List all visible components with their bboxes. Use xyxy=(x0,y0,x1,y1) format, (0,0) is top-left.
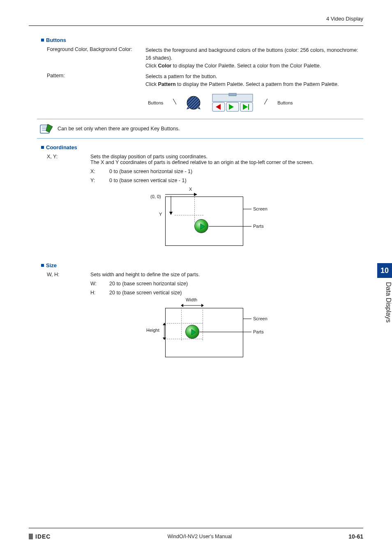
svg-marker-25 xyxy=(201,304,204,307)
fg-bg-desc-line2: Click Color to display the Color Palette… xyxy=(145,62,363,70)
fg-bg-desc-line1: Selects the foreground and background co… xyxy=(145,46,363,62)
buttons-figure-label-right: Buttons xyxy=(277,100,293,105)
y-arrow-icon xyxy=(168,196,174,215)
brand-text: IDEC xyxy=(35,533,51,540)
chapter-title: Data Displays xyxy=(377,278,392,323)
bullet-icon xyxy=(41,146,44,149)
coord-y-range: 0 to (base screen vertical size - 1) xyxy=(109,178,187,183)
pattern-desc-line2: Click Pattern to display the Pattern Pal… xyxy=(145,81,363,88)
bullet-icon xyxy=(41,264,44,267)
section-heading-coordinates: Coordinates xyxy=(41,144,363,150)
pointer-line-icon xyxy=(264,99,267,107)
svg-marker-22 xyxy=(201,224,205,229)
buttons-figure-label-left: Buttons xyxy=(148,100,163,105)
note-block: Can be set only when there are grouped K… xyxy=(37,119,363,139)
buttons-figure: Buttons xyxy=(148,92,363,113)
coordinates-diagram: X (0, 0) Y Screen Parts xyxy=(149,189,256,255)
svg-rect-5 xyxy=(229,93,236,96)
diag-y-label: Y xyxy=(159,212,162,217)
header-rule xyxy=(29,25,363,26)
section-heading-size: Size xyxy=(41,262,363,268)
section-heading-size-text: Size xyxy=(46,262,57,268)
note-text: Can be set only when there are grouped K… xyxy=(58,126,180,132)
footer-brand: IDEC xyxy=(29,533,51,540)
size-desc1: Sets width and height to define the size… xyxy=(90,272,363,278)
parts-circle-icon xyxy=(185,325,199,339)
pattern-desc-line1: Selects a pattern for the button. xyxy=(145,73,363,81)
fg-bg-desc: Selects the foreground and background co… xyxy=(145,46,363,69)
section-heading-buttons: Buttons xyxy=(41,37,363,43)
round-button-icon xyxy=(186,95,201,110)
chapter-tab: 10 Data Displays xyxy=(377,263,392,345)
toolbar-buttons-figure xyxy=(211,92,254,113)
diag-screen-label-2: Screen xyxy=(253,316,267,321)
diag-height-label: Height xyxy=(146,328,159,333)
section-heading-coordinates-text: Coordinates xyxy=(46,144,77,150)
fg-bg-label: Foreground Color, Background Color: xyxy=(47,46,145,69)
diag-parts-label-2: Parts xyxy=(253,329,264,334)
svg-marker-19 xyxy=(194,193,197,196)
svg-marker-24 xyxy=(181,304,183,307)
diag-x-label: X xyxy=(189,187,192,192)
note-icon xyxy=(39,123,53,135)
coord-y-label: Y: xyxy=(90,178,109,183)
svg-marker-26 xyxy=(191,329,196,335)
svg-marker-28 xyxy=(163,323,166,325)
section-heading-buttons-text: Buttons xyxy=(46,37,66,43)
diag-width-label: Width xyxy=(186,297,197,302)
pointer-line-icon xyxy=(173,99,176,107)
width-arrow-icon xyxy=(181,303,204,308)
brand-mark-icon xyxy=(29,534,33,539)
size-w-label: W: xyxy=(90,281,109,287)
diag-origin-label: (0, 0) xyxy=(150,194,161,199)
size-label: W, H: xyxy=(47,272,90,296)
svg-marker-21 xyxy=(169,212,173,215)
size-h-label: H: xyxy=(90,290,109,296)
pattern-label: Pattern: xyxy=(47,73,145,88)
chapter-number: 10 xyxy=(377,263,392,278)
bullet-icon xyxy=(41,39,44,42)
coord-x-range: 0 to (base screen horizontal size - 1) xyxy=(109,169,192,174)
footer-title: WindO/I-NV2 User's Manual xyxy=(168,534,232,539)
coordinates-label: X, Y: xyxy=(47,154,90,183)
diag-screen-label: Screen xyxy=(253,206,267,211)
size-diagram: Width Height Screen Parts xyxy=(149,300,256,370)
coordinates-desc1: Sets the display position of parts using… xyxy=(90,154,363,160)
size-w-range: 20 to (base screen horizontal size) xyxy=(109,281,188,287)
height-arrow-icon xyxy=(162,323,167,340)
pattern-desc: Selects a pattern for the button. Click … xyxy=(145,73,363,88)
svg-line-0 xyxy=(173,99,176,104)
svg-line-13 xyxy=(264,99,267,104)
parts-circle-icon xyxy=(194,219,208,233)
diag-parts-label: Parts xyxy=(253,224,264,229)
coordinates-desc2: The X and Y coordinates of parts is defi… xyxy=(90,160,363,165)
svg-point-3 xyxy=(187,96,200,109)
page-footer: IDEC WindO/I-NV2 User's Manual 10-61 xyxy=(29,528,363,541)
svg-marker-29 xyxy=(163,338,166,340)
size-h-range: 20 to (base screen vertical size) xyxy=(109,290,182,296)
header-section: 4 Video Display xyxy=(326,16,363,22)
coord-x-label: X: xyxy=(90,169,109,174)
footer-page-number: 10-61 xyxy=(348,533,363,540)
